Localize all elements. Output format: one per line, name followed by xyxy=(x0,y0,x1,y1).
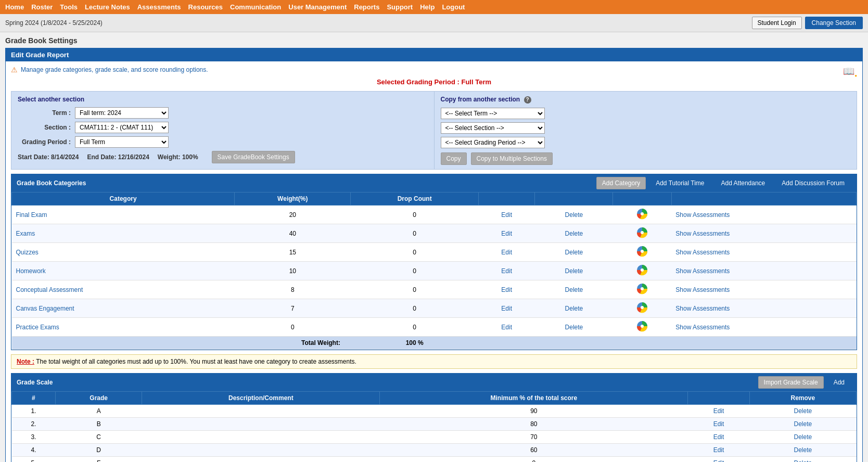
gs-edit-link-0[interactable]: Edit xyxy=(713,407,724,415)
delete-link-4[interactable]: Delete xyxy=(565,286,583,293)
add-category-button[interactable]: Add Category xyxy=(596,177,646,189)
delete-link-1[interactable]: Delete xyxy=(565,230,583,237)
svg-point-1 xyxy=(641,212,644,215)
grading-period-select[interactable]: Full Term xyxy=(75,136,169,148)
weight-cell-5: 7 xyxy=(235,299,351,318)
category-link-0[interactable]: Final Exam xyxy=(16,211,47,219)
edit-link-6[interactable]: Edit xyxy=(501,324,512,331)
page-content: Grade Book Settings Edit Grade Report ⚠ … xyxy=(0,32,868,462)
copy-term-select[interactable]: <-- Select Term --> xyxy=(441,108,545,119)
table-row: Practice Exams 0 0 Edit Delete Show Asse… xyxy=(12,318,857,337)
delete-link-2[interactable]: Delete xyxy=(565,249,583,256)
delete-link-5[interactable]: Delete xyxy=(565,305,583,312)
col-weight: Weight(%) xyxy=(235,192,351,206)
delete-link-0[interactable]: Delete xyxy=(565,211,583,219)
svg-point-3 xyxy=(641,231,644,234)
gs-min-score-4: 0 xyxy=(380,457,688,463)
list-item: 3. C 70 Edit Delete xyxy=(12,431,857,444)
category-link-6[interactable]: Practice Exams xyxy=(16,324,59,331)
nav-reports[interactable]: Reports xyxy=(354,3,379,11)
add-grade-scale-button[interactable]: Add xyxy=(827,376,851,389)
gs-edit-link-1[interactable]: Edit xyxy=(713,420,724,428)
gs-delete-link-3[interactable]: Delete xyxy=(794,446,812,454)
category-link-5[interactable]: Canvas Engagement xyxy=(16,305,74,312)
delete-link-6[interactable]: Delete xyxy=(565,324,583,331)
nav-tools[interactable]: Tools xyxy=(60,3,78,11)
nav-help[interactable]: Help xyxy=(420,3,435,11)
category-link-4[interactable]: Conceptual Assessment xyxy=(16,286,83,293)
add-attendance-button[interactable]: Add Attendance xyxy=(714,177,772,189)
edit-grade-report-header: Edit Grade Report xyxy=(6,48,862,61)
term-select[interactable]: Fall term: 2024 xyxy=(75,107,169,119)
show-assessments-link-5[interactable]: Show Assessments xyxy=(675,305,730,312)
change-section-button[interactable]: Change Section xyxy=(805,17,863,29)
gs-delete-link-0[interactable]: Delete xyxy=(794,407,812,415)
nav-communication[interactable]: Communication xyxy=(230,3,281,11)
col-icon xyxy=(613,192,671,206)
nav-roster[interactable]: Roster xyxy=(31,3,53,11)
edit-link-2[interactable]: Edit xyxy=(501,249,512,256)
list-item: 5. F 0 Edit Delete xyxy=(12,457,857,463)
gs-delete-link-4[interactable]: Delete xyxy=(794,459,812,462)
gs-description-3 xyxy=(142,444,380,457)
list-item: 4. D 60 Edit Delete xyxy=(12,444,857,457)
category-link-1[interactable]: Exams xyxy=(16,230,35,237)
top-navigation: Home Roster Tools Lecture Notes Assessme… xyxy=(0,0,868,14)
edit-link-1[interactable]: Edit xyxy=(501,230,512,237)
gs-description-4 xyxy=(142,457,380,463)
gs-delete-link-2[interactable]: Delete xyxy=(794,433,812,441)
help-icon[interactable]: ? xyxy=(524,96,531,104)
svg-point-13 xyxy=(641,325,644,328)
nav-home[interactable]: Home xyxy=(5,3,24,11)
show-assessments-link-3[interactable]: Show Assessments xyxy=(675,267,730,275)
add-discussion-button[interactable]: Add Discussion Forum xyxy=(775,177,851,189)
student-login-button[interactable]: Student Login xyxy=(752,17,802,29)
add-tutorial-button[interactable]: Add Tutorial Time xyxy=(649,177,711,189)
copy-section-panel: Copy from another section ? <-- Select T… xyxy=(435,92,857,169)
gs-col-description: Description/Comment xyxy=(142,392,380,405)
edit-link-5[interactable]: Edit xyxy=(501,305,512,312)
delete-link-3[interactable]: Delete xyxy=(565,267,583,275)
save-gradebook-button[interactable]: Save GradeBook Settings xyxy=(212,151,295,163)
show-assessments-link-0[interactable]: Show Assessments xyxy=(675,211,730,219)
edit-link-3[interactable]: Edit xyxy=(501,267,512,275)
svg-point-11 xyxy=(641,306,644,309)
edit-link-0[interactable]: Edit xyxy=(501,211,512,219)
show-assessments-link-4[interactable]: Show Assessments xyxy=(675,286,730,293)
nav-resources[interactable]: Resources xyxy=(188,3,223,11)
gs-min-score-1: 80 xyxy=(380,418,688,431)
gs-delete-link-1[interactable]: Delete xyxy=(794,420,812,428)
nav-support[interactable]: Support xyxy=(387,3,413,11)
copy-grading-period-select[interactable]: <-- Select Grading Period --> xyxy=(441,137,545,148)
nav-assessments[interactable]: Assessments xyxy=(137,3,181,11)
gs-edit-link-3[interactable]: Edit xyxy=(713,446,724,454)
page-title: Grade Book Settings xyxy=(5,36,863,45)
term-display: Spring 2024 (1/8/2024 - 5/25/2024) xyxy=(5,19,103,27)
section-label: Section : xyxy=(18,124,75,131)
show-assessments-link-1[interactable]: Show Assessments xyxy=(675,230,730,237)
show-assessments-link-6[interactable]: Show Assessments xyxy=(675,324,730,331)
category-link-3[interactable]: Homework xyxy=(16,267,46,275)
end-date: End Date: 12/16/2024 xyxy=(87,153,149,161)
grade-book-categories-panel: Grade Book Categories Add Category Add T… xyxy=(11,174,857,350)
nav-lecture-notes[interactable]: Lecture Notes xyxy=(85,3,130,11)
copy-button[interactable]: Copy xyxy=(441,152,467,165)
drop-count-cell-1: 0 xyxy=(351,224,479,243)
section-select[interactable]: CMAT111: 2 - (CMAT 111) xyxy=(75,122,169,133)
category-link-2[interactable]: Quizzes xyxy=(16,249,39,256)
nav-user-management[interactable]: User Management xyxy=(288,3,347,11)
show-assessments-link-2[interactable]: Show Assessments xyxy=(675,249,730,256)
gs-grade-0: A xyxy=(55,405,142,418)
gs-edit-link-4[interactable]: Edit xyxy=(713,459,724,462)
manage-link[interactable]: Manage grade categories, grade scale, an… xyxy=(21,66,208,73)
copy-multiple-button[interactable]: Copy to Multiple Sections xyxy=(471,152,553,165)
edit-link-4[interactable]: Edit xyxy=(501,286,512,293)
drop-count-cell-2: 0 xyxy=(351,243,479,262)
gb-categories-title: Grade Book Categories xyxy=(17,179,86,187)
gs-edit-link-2[interactable]: Edit xyxy=(713,433,724,441)
copy-section-select[interactable]: <-- Select Section --> xyxy=(441,122,545,134)
import-grade-scale-button[interactable]: Import Grade Scale xyxy=(758,376,824,389)
drop-count-cell-3: 0 xyxy=(351,262,479,280)
nav-logout[interactable]: Logout xyxy=(442,3,465,11)
gs-num-2: 3. xyxy=(12,431,56,444)
